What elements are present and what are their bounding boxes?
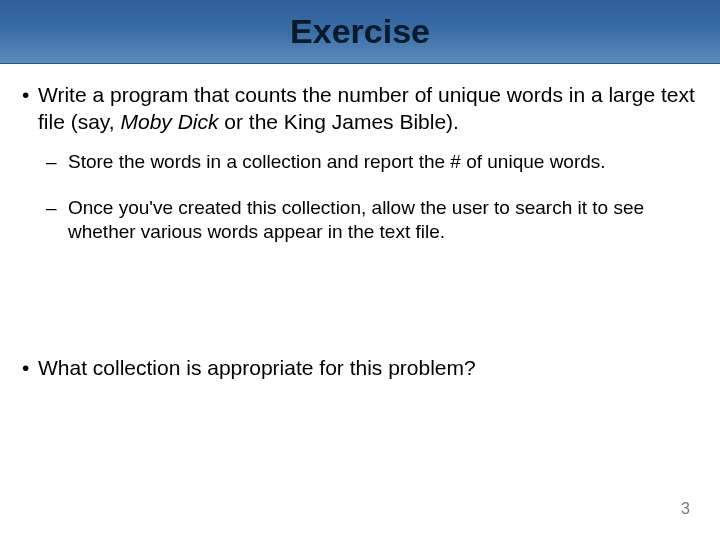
bullet-level-2: – Once you've created this collection, a… (46, 196, 700, 245)
bullet-dot-icon: • (20, 82, 38, 136)
bullet-level-1: • Write a program that counts the number… (20, 82, 700, 136)
text-italic: Moby Dick (120, 110, 218, 133)
bullet-dash-icon: – (46, 196, 68, 245)
bullet-dot-icon: • (20, 355, 38, 382)
bullet-text: What collection is appropriate for this … (38, 355, 476, 382)
bullet-text: Write a program that counts the number o… (38, 82, 700, 136)
bullet-level-1: • What collection is appropriate for thi… (20, 355, 700, 382)
bullet-dash-icon: – (46, 150, 68, 174)
page-number: 3 (681, 500, 690, 518)
content-area: • Write a program that counts the number… (0, 64, 720, 382)
text-segment: or the King James Bible). (219, 110, 459, 133)
spacer (20, 267, 700, 355)
slide: Exercise • Write a program that counts t… (0, 0, 720, 540)
title-bar: Exercise (0, 0, 720, 64)
bullet-text: Store the words in a collection and repo… (68, 150, 606, 174)
slide-title: Exercise (290, 12, 430, 51)
bullet-level-2: – Store the words in a collection and re… (46, 150, 700, 174)
bullet-text: Once you've created this collection, all… (68, 196, 700, 245)
